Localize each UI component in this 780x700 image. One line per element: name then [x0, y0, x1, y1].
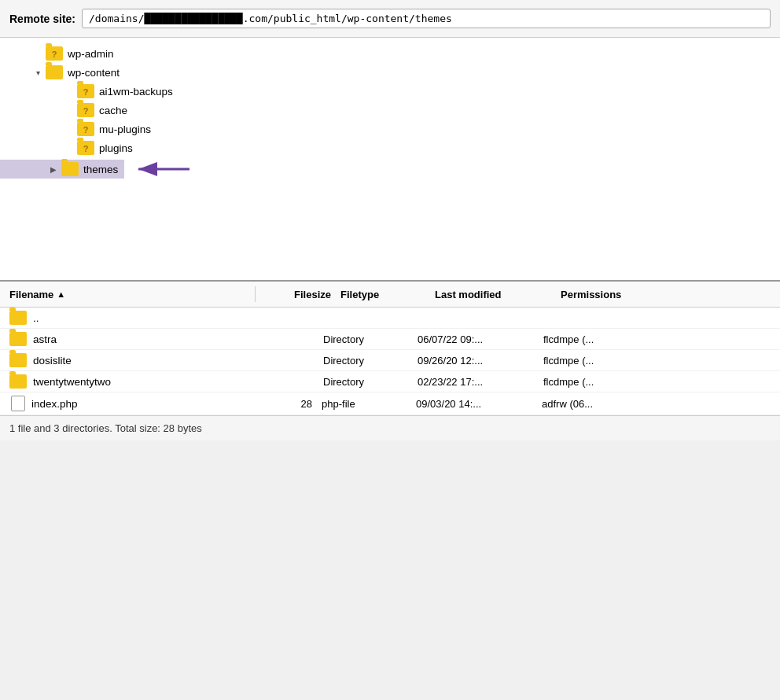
table-row[interactable]: twentytwentytwo Directory 02/23/22 17:..… — [0, 371, 780, 392]
folder-question-icon: ? — [77, 141, 94, 155]
tree-item-ai1wm-backups[interactable]: ? ai1wm-backups — [0, 82, 780, 101]
directory-tree-panel: ? wp-admin ▾ wp-content ? ai1wm-backups … — [0, 38, 780, 282]
folder-question-icon: ? — [46, 46, 63, 61]
tree-item-mu-plugins[interactable]: ? mu-plugins — [0, 120, 780, 138]
file-modified: 09/26/20 12:... — [414, 355, 540, 367]
tree-item-cache[interactable]: ? cache — [0, 101, 780, 120]
table-row[interactable]: index.php 28 php-file 09/03/20 14:... ad… — [0, 392, 780, 415]
file-modified: 09/03/20 14:... — [413, 398, 539, 410]
folder-icon — [9, 332, 27, 346]
file-list-panel: Filename ▲ Filesize Filetype Last modifi… — [0, 282, 780, 440]
filesize-header-label: Filesize — [294, 289, 331, 300]
file-name: astra — [33, 333, 241, 345]
tree-item-label: ai1wm-backups — [99, 86, 173, 98]
file-name: twentytwentytwo — [33, 376, 241, 388]
remote-label: Remote site: — [9, 13, 75, 25]
table-row[interactable]: dosislite Directory 09/26/20 12:... flcd… — [0, 350, 780, 371]
tree-item-themes[interactable]: ▶ themes — [0, 160, 124, 179]
table-row[interactable]: astra Directory 06/07/22 09:... flcdmpe … — [0, 329, 780, 350]
remote-path-input[interactable] — [82, 9, 771, 28]
file-name: .. — [33, 312, 241, 324]
folder-icon — [46, 65, 63, 79]
annotation-arrow — [131, 157, 193, 181]
column-divider — [255, 286, 256, 302]
file-icon — [11, 396, 25, 411]
file-permissions: adfrw (06... — [539, 398, 649, 410]
folder-icon — [61, 162, 79, 176]
tree-item-label: mu-plugins — [99, 123, 151, 135]
remote-site-bar: Remote site: — [0, 0, 780, 38]
file-list-header: Filename ▲ Filesize Filetype Last modifi… — [0, 282, 780, 308]
folder-question-icon: ? — [77, 122, 94, 136]
file-rows-container: .. astra Directory 06/07/22 09:... flcdm… — [0, 308, 780, 415]
filetype-header-label: Filetype — [340, 289, 379, 300]
folder-icon — [9, 353, 27, 367]
last-modified-header-label: Last modified — [435, 289, 502, 300]
tree-item-wp-admin[interactable]: ? wp-admin — [0, 44, 780, 63]
status-bar: 1 file and 3 directories. Total size: 28… — [0, 415, 780, 440]
header-filesize[interactable]: Filesize — [259, 289, 337, 300]
file-type: Directory — [320, 333, 414, 345]
file-name: dosislite — [33, 355, 241, 367]
file-permissions: flcdmpe (... — [540, 376, 650, 388]
file-permissions: flcdmpe (... — [540, 355, 650, 367]
sort-arrow-icon: ▲ — [57, 289, 65, 299]
folder-icon — [9, 311, 27, 325]
header-last-modified[interactable]: Last modified — [432, 289, 557, 300]
header-filetype[interactable]: Filetype — [337, 289, 432, 300]
file-type: Directory — [320, 376, 414, 388]
table-row[interactable]: .. — [0, 308, 780, 329]
tree-item-plugins[interactable]: ? plugins — [0, 138, 780, 157]
filename-header-label: Filename — [9, 289, 53, 300]
chevron-down-icon: ▾ — [31, 66, 44, 79]
tree-item-label: wp-admin — [68, 48, 114, 60]
tree-item-label: cache — [99, 105, 127, 116]
chevron-right-icon: ▶ — [47, 163, 60, 175]
file-size: 28 — [240, 398, 318, 410]
folder-question-icon: ? — [77, 84, 94, 98]
file-modified: 06/07/22 09:... — [414, 333, 540, 345]
folder-question-icon: ? — [77, 103, 94, 117]
file-name: index.php — [31, 398, 240, 410]
file-permissions: flcdmpe (... — [540, 333, 650, 345]
tree-item-label: themes — [83, 164, 118, 175]
header-permissions[interactable]: Permissions — [557, 289, 668, 300]
file-type: Directory — [320, 355, 414, 367]
folder-icon — [9, 374, 27, 389]
header-filename[interactable]: Filename ▲ — [0, 289, 252, 300]
permissions-header-label: Permissions — [561, 289, 621, 300]
status-text: 1 file and 3 directories. Total size: 28… — [9, 422, 202, 434]
tree-item-label: wp-content — [68, 67, 120, 79]
tree-item-wp-content[interactable]: ▾ wp-content — [0, 63, 780, 82]
file-modified: 02/23/22 17:... — [414, 376, 540, 388]
tree-item-label: plugins — [99, 142, 133, 154]
file-type: php-file — [318, 398, 413, 410]
